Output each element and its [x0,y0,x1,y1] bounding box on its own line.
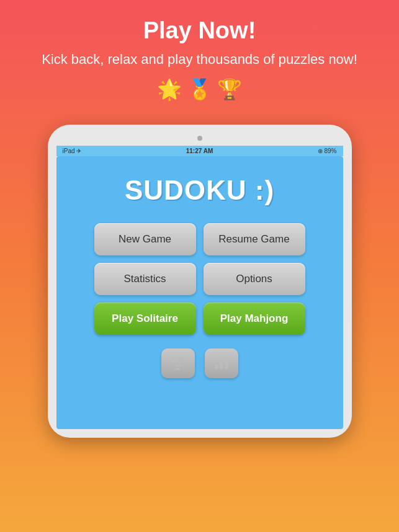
status-time: 11:27 AM [186,148,213,154]
tablet-top-bar [56,133,343,146]
tablet-screen: SUDOKU :) New Game Resume Game Statistic… [56,156,343,429]
svg-rect-1 [174,369,181,370]
svg-rect-2 [215,365,218,369]
tablet-frame: iPad ✈ 11:27 AM ⊕ 89% SUDOKU :) New Game… [48,125,352,438]
status-right: ⊕ 89% [318,148,337,154]
bottom-icons-row [161,348,238,378]
status-clock: 11:27 AM [186,148,213,154]
status-bar: iPad ✈ 11:27 AM ⊕ 89% [56,146,343,156]
svg-rect-3 [220,361,223,369]
options-button[interactable]: Options [204,263,305,295]
new-game-button[interactable]: New Game [94,223,196,255]
status-battery: ⊕ 89% [318,148,337,154]
trophy-icon [170,355,186,371]
bar-chart-icon [213,357,230,370]
play-solitaire-button[interactable]: Play Solitaire [94,303,196,335]
emoji-decoration: 🌟 🏅 🏆 [25,78,374,101]
statistics-button[interactable]: Statistics [94,263,196,295]
resume-game-button[interactable]: Resume Game [204,223,305,255]
stats-icon-button[interactable] [205,348,238,378]
status-ipad-label: iPad ✈ [63,148,82,154]
svg-rect-0 [176,368,180,369]
game-title: SUDOKU :) [125,175,274,206]
header-section: Play Now! Kick back, relax and play thou… [0,0,399,125]
play-mahjong-button[interactable]: Play Mahjong [204,303,305,335]
page-title: Play Now! [25,17,374,44]
buttons-grid: New Game Resume Game Statistics Options … [94,223,305,335]
status-left: iPad ✈ [63,148,82,154]
trophy-icon-button[interactable] [161,348,195,378]
tablet-camera [197,136,202,141]
subtitle-text: Kick back, relax and play thousands of p… [25,50,374,69]
svg-rect-4 [225,358,228,369]
